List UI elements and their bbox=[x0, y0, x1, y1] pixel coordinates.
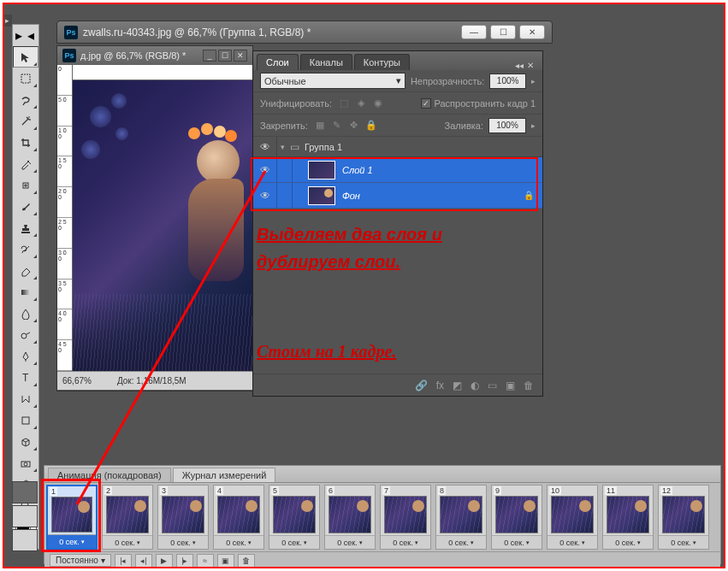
annotation-outer-border bbox=[3, 3, 725, 568]
